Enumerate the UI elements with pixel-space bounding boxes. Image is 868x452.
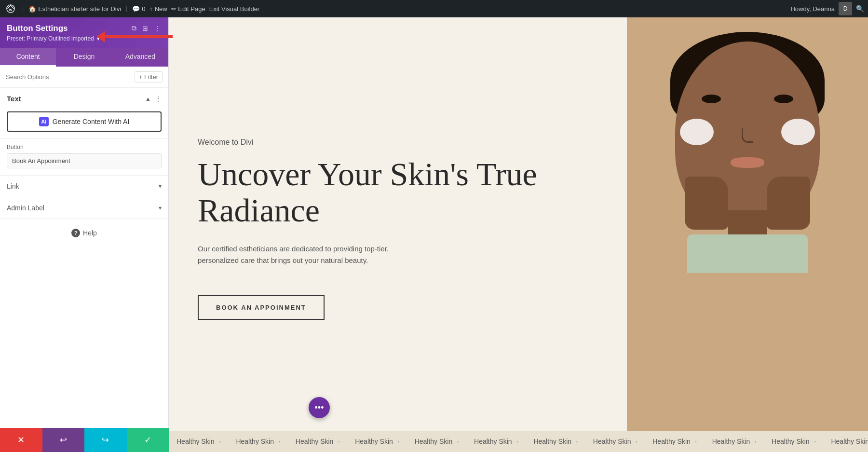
main-layout: Button Settings ⧉ ⊞ ⋮ Preset: Primary Ou… bbox=[0, 0, 868, 452]
ai-icon: AI bbox=[39, 117, 49, 126]
admin-bar-edit[interactable]: ✏ Edit Page bbox=[171, 5, 205, 13]
scroll-text: Healthy Skin bbox=[652, 438, 691, 445]
right-hand bbox=[767, 177, 810, 230]
grid-icon[interactable]: ⊞ bbox=[141, 24, 149, 33]
link-section-header[interactable]: Link ▾ bbox=[0, 176, 168, 197]
scroll-item: Healthy Skin• bbox=[407, 438, 466, 445]
admin-bar-separator: | bbox=[22, 5, 24, 12]
ai-button-label: Generate Content With AI bbox=[53, 118, 130, 125]
tab-content[interactable]: Content bbox=[0, 48, 56, 67]
howdy-text: Howdy, Deanna bbox=[790, 5, 835, 13]
shirt-shape bbox=[687, 234, 808, 273]
right-content: Welcome to Divi Uncover Your Skin's True… bbox=[169, 17, 868, 452]
scroll-item: Healthy Skin• bbox=[585, 438, 645, 445]
scroll-text: Healthy Skin bbox=[355, 438, 393, 445]
scroll-item: Healthy Skin• bbox=[466, 438, 526, 445]
scroll-dot: • bbox=[814, 439, 816, 444]
admin-bar-right: Howdy, Deanna D 🔍 bbox=[790, 2, 864, 15]
admin-bar-comments[interactable]: 💬 0 bbox=[132, 5, 145, 13]
user-avatar: D bbox=[839, 2, 852, 15]
fab-button[interactable]: ••• bbox=[309, 397, 330, 418]
copy-icon[interactable]: ⧉ bbox=[131, 23, 137, 33]
text-chevron-icon[interactable]: ▲ bbox=[145, 96, 151, 102]
hero-image bbox=[627, 17, 868, 431]
scroll-text: Healthy Skin bbox=[593, 438, 631, 445]
admin-bar-site[interactable]: 🏠 Esthetician starter site for Divi bbox=[28, 5, 121, 13]
help-section[interactable]: ? Help bbox=[0, 219, 168, 247]
scroll-text: Healthy Skin bbox=[296, 438, 334, 445]
text-section-dots-icon[interactable]: ⋮ bbox=[155, 95, 162, 103]
right-eye bbox=[774, 95, 793, 103]
scroll-text: Healthy Skin bbox=[772, 438, 810, 445]
left-eye bbox=[702, 95, 721, 103]
site-icon: 🏠 bbox=[28, 5, 36, 13]
tab-nav: Content Design Advanced bbox=[0, 48, 168, 67]
scroll-item: Healthy Skin• bbox=[705, 438, 764, 445]
filter-button[interactable]: + Filter bbox=[135, 71, 163, 82]
more-icon[interactable]: ⋮ bbox=[153, 24, 162, 33]
text-section-title: Text bbox=[7, 95, 21, 103]
edit-label: ✏ Edit Page bbox=[171, 5, 205, 13]
undo-button[interactable]: ↩ bbox=[42, 428, 85, 452]
generate-ai-button[interactable]: AI Generate Content With AI bbox=[7, 111, 162, 132]
hero-title: Uncover Your Skin's True Radiance bbox=[198, 156, 598, 229]
nose-shape bbox=[742, 128, 754, 143]
site-name: Esthetician starter site for Divi bbox=[38, 5, 121, 13]
close-button[interactable]: ✕ bbox=[0, 428, 42, 452]
button-text-input[interactable] bbox=[7, 153, 162, 168]
scroll-dot: • bbox=[219, 439, 221, 444]
link-section: Link ▾ bbox=[0, 176, 168, 197]
scroll-item: Healthy Skin• bbox=[347, 438, 407, 445]
button-field-group: Button bbox=[0, 139, 168, 175]
panel-header: Button Settings ⧉ ⊞ ⋮ Preset: Primary Ou… bbox=[0, 17, 168, 48]
link-section-title: Link bbox=[7, 182, 19, 190]
search-options-input[interactable] bbox=[6, 73, 131, 81]
hero-cta-button[interactable]: BOOK AN APPOINMENT bbox=[198, 295, 325, 320]
admin-label-header[interactable]: Admin Label ▾ bbox=[0, 197, 168, 219]
search-bar: + Filter bbox=[0, 67, 168, 88]
scroll-dot: • bbox=[755, 439, 756, 444]
text-section: Text ▲ ⋮ AI Generate Content With AI bbox=[0, 88, 168, 139]
preset-label: Preset: Primary Outlined imported bbox=[7, 35, 94, 42]
tab-design[interactable]: Design bbox=[56, 48, 112, 67]
scroll-text: Healthy Skin bbox=[533, 438, 571, 445]
scroll-text: Healthy Skin bbox=[474, 438, 512, 445]
preset-selector[interactable]: Preset: Primary Outlined imported ▼ bbox=[7, 35, 162, 42]
admin-bar-new[interactable]: + New bbox=[149, 5, 167, 13]
panel-header-top: Button Settings ⧉ ⊞ ⋮ bbox=[7, 23, 162, 33]
admin-label-chevron-icon[interactable]: ▾ bbox=[159, 205, 162, 211]
comment-icon: 💬 bbox=[132, 5, 140, 13]
admin-label-title: Admin Label bbox=[7, 204, 44, 212]
search-icon[interactable]: 🔍 bbox=[856, 5, 864, 13]
scroll-text: Healthy Skin bbox=[236, 438, 274, 445]
exit-builder-btn[interactable]: Exit Visual Builder bbox=[209, 5, 260, 13]
save-icon: ✓ bbox=[144, 435, 151, 445]
hero-welcome-text: Welcome to Divi bbox=[198, 138, 598, 147]
scroll-item: Healthy Skin• bbox=[526, 438, 585, 445]
hero-section: Welcome to Divi Uncover Your Skin's True… bbox=[169, 17, 868, 431]
panel-content: Text ▲ ⋮ AI Generate Content With AI But… bbox=[0, 88, 168, 452]
button-section: Button bbox=[0, 139, 168, 176]
lips-shape bbox=[731, 157, 764, 168]
preset-arrow: ▼ bbox=[96, 36, 101, 41]
link-chevron-icon[interactable]: ▾ bbox=[159, 183, 162, 190]
scroll-text: Healthy Skin bbox=[415, 438, 453, 445]
hero-description: Our certified estheticians are dedicated… bbox=[198, 243, 429, 266]
panel-title: Button Settings bbox=[7, 24, 68, 33]
admin-label-section: Admin Label ▾ bbox=[0, 197, 168, 219]
hero-right bbox=[627, 17, 868, 431]
scroll-item: Healthy Skin• bbox=[288, 438, 347, 445]
fab-dots-icon: ••• bbox=[315, 403, 324, 413]
help-icon: ? bbox=[71, 229, 80, 237]
scroll-dot: • bbox=[338, 439, 339, 444]
tab-advanced[interactable]: Advanced bbox=[112, 48, 168, 67]
wp-logo[interactable]: W bbox=[4, 2, 17, 15]
redo-button[interactable]: ↪ bbox=[84, 428, 127, 452]
filter-plus: + bbox=[139, 73, 143, 81]
comment-count: 0 bbox=[142, 5, 145, 13]
bottom-toolbar: ✕ ↩ ↪ ✓ bbox=[0, 428, 169, 452]
scroll-dot: • bbox=[457, 439, 459, 444]
admin-bar-sep2: | bbox=[126, 5, 127, 12]
text-section-header[interactable]: Text ▲ ⋮ bbox=[0, 88, 168, 110]
save-button[interactable]: ✓ bbox=[127, 428, 169, 452]
